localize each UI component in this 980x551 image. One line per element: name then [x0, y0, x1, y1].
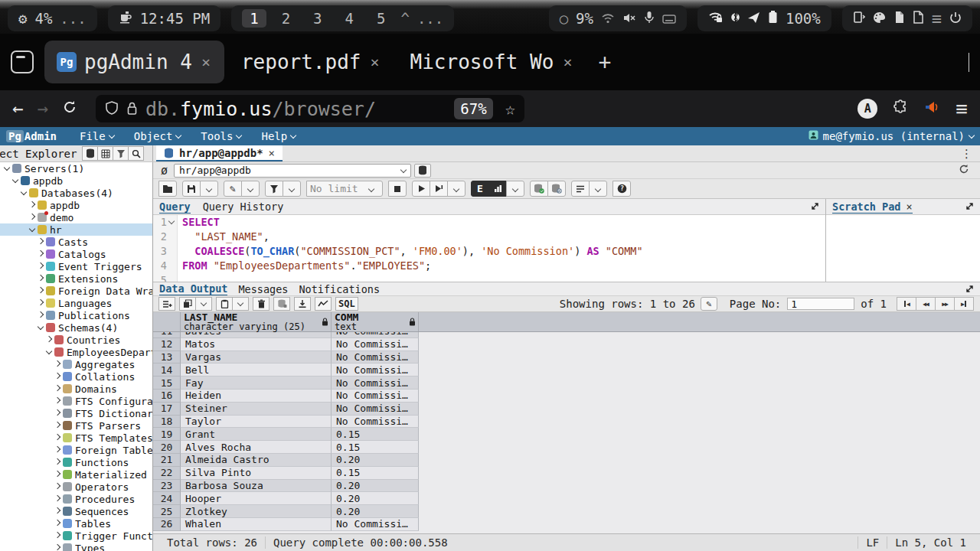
edit-range-button[interactable]: ✎ [701, 297, 717, 311]
tree-item-appdb[interactable]: appdb [0, 174, 152, 187]
scratch-pad-body[interactable] [826, 215, 980, 282]
reload-button[interactable] [62, 99, 77, 118]
chevron-right-icon[interactable] [54, 409, 61, 417]
browser-tab-word[interactable]: Microsoft Wo × [398, 41, 586, 83]
comm-cell[interactable]: No Commissi… [332, 416, 419, 429]
tree-item-types[interactable]: Types [0, 542, 152, 551]
comm-cell[interactable]: No Commissi… [332, 332, 419, 338]
chevron-right-icon[interactable] [45, 336, 53, 344]
forward-button[interactable]: → [37, 98, 47, 119]
macros-button[interactable] [571, 181, 590, 197]
last-name-cell[interactable]: Matos [181, 338, 332, 351]
bookmark-star-icon[interactable]: ☆ [501, 99, 520, 119]
comm-cell[interactable]: No Commissi… [332, 338, 419, 351]
explorer-db-button[interactable] [82, 146, 98, 161]
user-menu[interactable]: me@fymio.us (internal) [808, 130, 974, 142]
stop-button[interactable] [388, 181, 407, 197]
save-data-button[interactable] [273, 297, 290, 311]
comm-cell[interactable]: 0.20 [332, 505, 419, 518]
help-button[interactable]: ? [612, 181, 631, 197]
tree-item-languages[interactable]: Languages [0, 297, 152, 309]
row-number-cell[interactable]: 16 [153, 390, 181, 403]
edit-button[interactable]: ✎ [224, 181, 242, 197]
new-connection-button[interactable] [414, 164, 431, 178]
tab-query-history[interactable]: Query History [203, 201, 284, 213]
chevron-right-icon[interactable] [54, 446, 61, 454]
commit-button[interactable] [530, 181, 548, 197]
comm-cell[interactable]: No Commissi… [332, 390, 419, 403]
comm-cell[interactable]: No Commissi… [332, 518, 419, 531]
chevron-down-icon[interactable] [11, 177, 19, 184]
query-tool-tab[interactable]: hr/app@appdb* × [156, 145, 283, 161]
tree-item-schemas-4[interactable]: Schemas(4) [0, 321, 152, 334]
last-name-cell[interactable]: Whalen [181, 518, 332, 531]
chevron-right-icon[interactable] [37, 262, 44, 270]
last-name-cell[interactable]: Fay [181, 377, 332, 390]
previous-page-button[interactable]: ◀◀ [916, 297, 936, 311]
chevron-right-icon[interactable] [28, 201, 36, 209]
tree-item-fts-configurations[interactable]: FTS Configurations [0, 395, 152, 407]
tree-item-databases-4[interactable]: Databases(4) [0, 187, 152, 199]
column-header-comm[interactable]: COMM text [332, 312, 419, 331]
chevron-right-icon[interactable] [54, 483, 61, 491]
new-tab-button[interactable]: + [590, 50, 619, 75]
chevron-right-icon[interactable] [54, 507, 61, 515]
last-name-cell[interactable]: Steiner [181, 403, 332, 416]
eol-label[interactable]: LF [858, 536, 887, 549]
last-name-cell[interactable]: Davies [181, 332, 332, 338]
download-button[interactable] [294, 297, 311, 311]
next-page-button[interactable]: ▶▶ [935, 297, 955, 311]
browser-tab-pgadmin[interactable]: Pg pgAdmin 4 × [44, 41, 224, 83]
sql-code[interactable]: SELECT [178, 215, 220, 230]
tree-item-fts-templates[interactable]: FTS Templates [0, 432, 152, 444]
execute-button[interactable] [412, 181, 430, 197]
chevron-right-icon[interactable] [54, 434, 61, 442]
chevron-right-icon[interactable] [37, 299, 44, 307]
chevron-down-icon[interactable] [45, 348, 53, 356]
fold-chevron-icon[interactable] [167, 215, 178, 230]
open-file-button[interactable] [158, 181, 177, 197]
execute-options-chevron[interactable] [447, 181, 466, 197]
chevron-right-icon[interactable] [37, 287, 44, 295]
document-icon[interactable] [913, 10, 924, 27]
tab-notifications[interactable]: Notifications [299, 283, 380, 295]
close-tab-icon[interactable]: × [368, 53, 381, 71]
sql-editor[interactable]: 1SELECT2 "LAST_NAME",3 COALESCE(TO_CHAR(… [153, 215, 825, 282]
chevron-down-icon[interactable] [28, 226, 36, 233]
close-icon[interactable]: × [906, 201, 912, 213]
execute-script-button[interactable] [430, 181, 448, 197]
last-name-cell[interactable]: Barbosa Souza [181, 480, 332, 493]
row-number-cell[interactable]: 13 [153, 351, 181, 364]
lock-icon[interactable] [126, 98, 138, 120]
delete-row-button[interactable] [253, 297, 270, 311]
chevron-down-icon[interactable] [37, 324, 44, 331]
row-number-cell[interactable]: 25 [153, 505, 181, 518]
url-text[interactable]: db.fymio.us/browser/ [145, 98, 376, 120]
comm-cell[interactable]: 0.20 [332, 480, 419, 493]
last-name-cell[interactable]: Alves Rocha [181, 441, 332, 454]
clock-pill[interactable]: 12:45 PM [108, 5, 221, 31]
rollback-button[interactable] [547, 181, 566, 197]
chevron-right-icon[interactable] [54, 520, 61, 527]
row-number-cell[interactable]: 22 [153, 467, 181, 480]
first-page-button[interactable]: ◀ [897, 297, 916, 311]
menu-help[interactable]: Help [253, 130, 303, 142]
tree-item-foreign-data-wrappers[interactable]: Foreign Data Wrappers [0, 285, 152, 297]
comm-cell[interactable]: 0.15 [332, 428, 419, 441]
filter-options-chevron[interactable] [283, 181, 301, 197]
last-name-cell[interactable]: Zlotkey [181, 505, 332, 518]
browser-tab-report[interactable]: report.pdf × [229, 41, 394, 83]
tab-overview-icon[interactable] [11, 51, 34, 73]
tree-item-event-triggers[interactable]: Event Triggers [0, 260, 152, 272]
chevron-right-icon[interactable] [54, 544, 61, 551]
workspace-2[interactable]: 2 [274, 9, 298, 28]
chevron-right-icon[interactable] [54, 397, 61, 405]
tree-item-sequences[interactable]: Sequences [0, 505, 152, 517]
tree-item-appdb[interactable]: appdb [0, 199, 152, 211]
chevron-right-icon[interactable] [28, 214, 36, 221]
workspace-1[interactable]: 1 [242, 9, 266, 28]
last-page-button[interactable]: ▶ [954, 297, 974, 311]
workspace-3[interactable]: 3 [305, 9, 329, 28]
shield-icon[interactable] [105, 98, 119, 120]
row-number-cell[interactable]: 20 [153, 441, 181, 454]
